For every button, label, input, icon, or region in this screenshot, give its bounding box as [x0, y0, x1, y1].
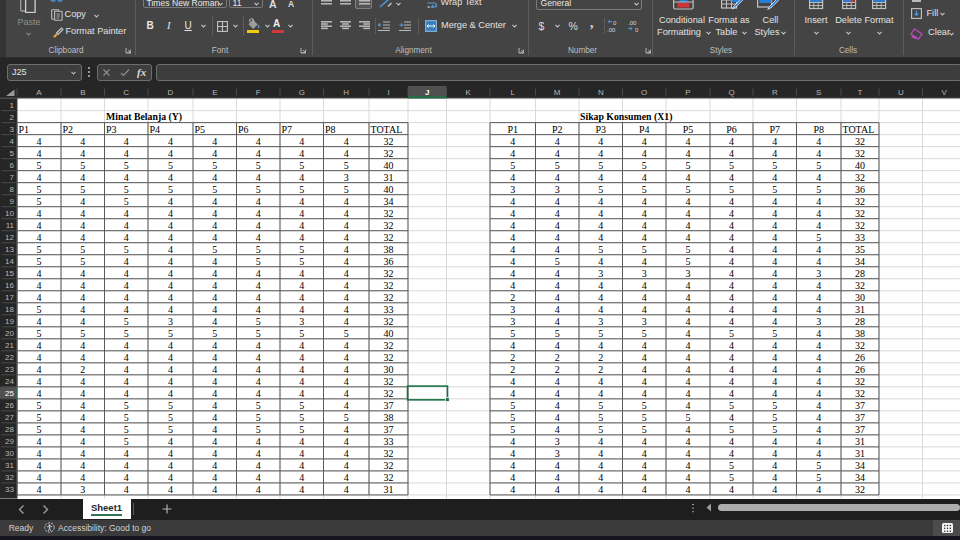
svg-text:5: 5 [344, 328, 349, 339]
svg-text:4: 4 [816, 292, 821, 303]
svg-text:5: 5 [729, 160, 734, 171]
svg-text:2: 2 [510, 352, 515, 363]
svg-text:4: 4 [344, 448, 349, 459]
svg-text:5: 5 [642, 424, 647, 435]
svg-text:4: 4 [80, 208, 85, 219]
svg-text:5: 5 [256, 244, 261, 255]
svg-text:5: 5 [124, 412, 129, 423]
svg-text:4: 4 [37, 232, 42, 243]
svg-text:4: 4 [685, 376, 690, 387]
svg-text:4: 4 [816, 436, 821, 447]
svg-text:33: 33 [855, 232, 865, 243]
svg-text:5: 5 [168, 412, 173, 423]
svg-text:4: 4 [124, 484, 129, 495]
svg-text:4: 4 [168, 448, 173, 459]
svg-text:5: 5 [124, 160, 129, 171]
svg-text:4: 4 [555, 400, 560, 411]
svg-text:P7: P7 [282, 124, 293, 135]
svg-text:4: 4 [642, 292, 647, 303]
svg-text:Q: Q [728, 88, 734, 97]
svg-text:4: 4 [80, 268, 85, 279]
svg-text:4: 4 [729, 412, 734, 423]
svg-text:5: 5 [510, 424, 515, 435]
svg-text:4: 4 [816, 400, 821, 411]
svg-text:32: 32 [855, 484, 865, 495]
svg-text:4: 4 [344, 148, 349, 159]
svg-text:4: 4 [299, 388, 304, 399]
svg-text:4: 4 [598, 436, 603, 447]
svg-text:4: 4 [772, 376, 777, 387]
svg-text:4: 4 [816, 280, 821, 291]
svg-text:4: 4 [642, 388, 647, 399]
svg-text:4: 4 [256, 208, 261, 219]
svg-text:30: 30 [5, 449, 14, 458]
svg-text:5: 5 [168, 424, 173, 435]
svg-text:4: 4 [37, 484, 42, 495]
svg-text:4: 4 [299, 232, 304, 243]
svg-text:31: 31 [384, 484, 394, 495]
svg-text:26: 26 [855, 352, 865, 363]
svg-text:4: 4 [685, 172, 690, 183]
svg-text:32: 32 [384, 148, 394, 159]
svg-text:5: 5 [256, 424, 261, 435]
svg-text:4: 4 [816, 256, 821, 267]
svg-text:.00: .00 [607, 27, 616, 33]
svg-text:4: 4 [80, 136, 85, 147]
svg-text:32: 32 [855, 220, 865, 231]
svg-text:B: B [80, 88, 85, 97]
svg-text:4: 4 [299, 280, 304, 291]
svg-text:5: 5 [37, 244, 42, 255]
svg-text:38: 38 [384, 244, 394, 255]
svg-text:5: 5 [729, 400, 734, 411]
svg-text:4: 4 [168, 376, 173, 387]
svg-text:2: 2 [510, 364, 515, 375]
svg-text:4: 4 [598, 220, 603, 231]
svg-text:5: 5 [642, 244, 647, 255]
svg-text:4: 4 [772, 148, 777, 159]
svg-text:P4: P4 [150, 124, 161, 135]
svg-text:4: 4 [598, 304, 603, 315]
svg-text:4: 4 [299, 448, 304, 459]
svg-text:37: 37 [855, 412, 865, 423]
svg-text:31: 31 [384, 172, 394, 183]
svg-text:4: 4 [510, 172, 515, 183]
svg-text:4: 4 [772, 352, 777, 363]
svg-text:4: 4 [685, 340, 690, 351]
svg-text:4: 4 [124, 280, 129, 291]
svg-text:31: 31 [855, 304, 865, 315]
svg-text:M: M [554, 88, 561, 97]
svg-text:31: 31 [855, 436, 865, 447]
svg-text:4: 4 [212, 196, 217, 207]
svg-text:5: 5 [772, 328, 777, 339]
svg-text:4: 4 [168, 436, 173, 447]
svg-text:4: 4 [729, 376, 734, 387]
svg-text:4: 4 [80, 376, 85, 387]
svg-text:4: 4 [555, 244, 560, 255]
svg-text:4: 4 [344, 232, 349, 243]
svg-text:5: 5 [80, 184, 85, 195]
svg-text:4: 4 [555, 460, 560, 471]
svg-text:5: 5 [299, 412, 304, 423]
svg-text:4: 4 [299, 376, 304, 387]
svg-text:32: 32 [855, 388, 865, 399]
svg-text:25: 25 [5, 389, 14, 398]
svg-text:5: 5 [37, 328, 42, 339]
svg-text:37: 37 [384, 400, 394, 411]
svg-text:4: 4 [510, 232, 515, 243]
svg-text:4: 4 [685, 352, 690, 363]
svg-text:4: 4 [772, 208, 777, 219]
svg-text:4: 4 [685, 484, 690, 495]
svg-text:P5: P5 [195, 124, 206, 135]
svg-text:4: 4 [772, 136, 777, 147]
svg-text:N: N [598, 88, 604, 97]
svg-text:4: 4 [598, 484, 603, 495]
svg-text:4: 4 [598, 232, 603, 243]
svg-text:4: 4 [816, 484, 821, 495]
svg-text:5: 5 [729, 328, 734, 339]
svg-text:5: 5 [80, 328, 85, 339]
svg-text:5: 5 [729, 184, 734, 195]
svg-text:5: 5 [772, 160, 777, 171]
svg-text:33: 33 [5, 485, 14, 494]
svg-text:S: S [816, 88, 821, 97]
svg-text:4: 4 [555, 292, 560, 303]
